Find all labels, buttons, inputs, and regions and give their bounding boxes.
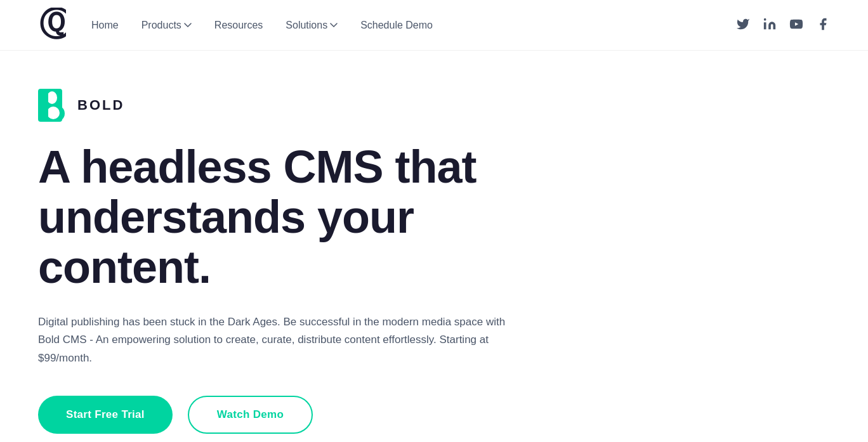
nav-link-solutions[interactable]: Solutions	[286, 20, 338, 31]
nav-item-solutions[interactable]: Solutions	[286, 20, 338, 31]
nav-social	[736, 17, 830, 34]
hero-description: Digital publishing has been stuck in the…	[38, 313, 508, 368]
chevron-down-icon	[184, 23, 192, 28]
twitter-icon	[736, 17, 750, 31]
nav-links: Home Products Resources Solutions	[91, 20, 433, 31]
cta-buttons: Start Free Trial Watch Demo	[38, 396, 533, 434]
svg-rect-6	[47, 91, 57, 104]
logo-icon: Ⓠ	[38, 8, 66, 41]
watch-demo-button[interactable]: Watch Demo	[188, 396, 313, 434]
nav-link-resources[interactable]: Resources	[214, 20, 263, 30]
youtube-icon	[789, 17, 803, 31]
svg-point-1	[764, 18, 766, 20]
nav-item-home[interactable]: Home	[91, 20, 119, 31]
twitter-link[interactable]	[736, 17, 750, 34]
linkedin-link[interactable]	[763, 17, 777, 34]
nav-item-resources[interactable]: Resources	[214, 20, 263, 31]
youtube-link[interactable]	[789, 17, 803, 34]
chevron-down-icon	[330, 23, 338, 28]
nav-item-schedule-demo[interactable]: Schedule Demo	[360, 20, 433, 31]
start-free-trial-button[interactable]: Start Free Trial	[38, 396, 173, 434]
logo-link[interactable]: Ⓠ	[38, 8, 66, 43]
facebook-link[interactable]	[816, 17, 830, 34]
linkedin-icon	[763, 17, 777, 31]
svg-rect-8	[39, 91, 48, 119]
facebook-icon	[816, 17, 830, 31]
svg-text:Ⓠ: Ⓠ	[39, 8, 66, 41]
bold-b-icon	[38, 89, 69, 122]
brand-badge: BOLD	[38, 89, 533, 122]
nav-link-schedule-demo[interactable]: Schedule Demo	[360, 20, 433, 30]
hero-headline: A headless CMS that understands your con…	[38, 142, 533, 293]
hero-section: BOLD A headless CMS that understands you…	[0, 51, 571, 442]
svg-rect-7	[47, 107, 60, 119]
nav-link-products[interactable]: Products	[141, 20, 192, 31]
navbar: Ⓠ Home Products Resources Solu	[0, 0, 868, 51]
nav-left: Ⓠ Home Products Resources Solu	[38, 8, 433, 43]
nav-link-home[interactable]: Home	[91, 20, 119, 30]
brand-name: BOLD	[77, 97, 124, 114]
nav-item-products[interactable]: Products	[141, 20, 192, 31]
